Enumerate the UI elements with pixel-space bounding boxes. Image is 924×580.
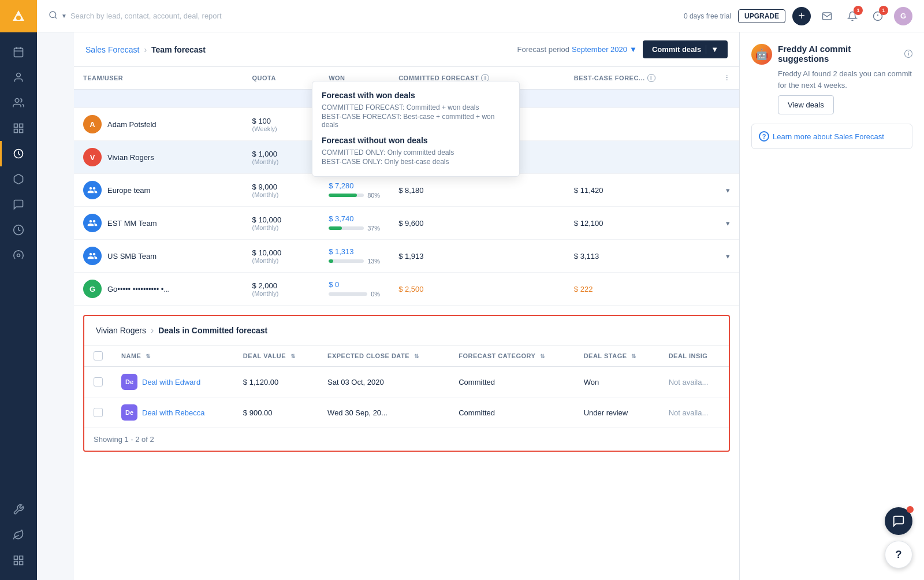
team-cell-europe: Europe team bbox=[74, 174, 243, 207]
sidebar-item-analytics[interactable] bbox=[0, 217, 37, 243]
deal-close-edward: Sat 03 Oct, 2020 bbox=[318, 367, 449, 397]
forecast-tooltip: Forecast with won deals COMMITTED FORECA… bbox=[312, 81, 520, 177]
tooltip-line-2a: COMMITTED ONLY: Only committed deals bbox=[322, 148, 510, 157]
topbar: ▼ Search by lead, contact, account, deal… bbox=[37, 0, 924, 32]
tooltip-line-2b: BEST-CASE ONLY: Only best-case deals bbox=[322, 158, 510, 166]
deal-stage-rebecca: Under review bbox=[575, 397, 660, 428]
deal-category-rebecca: Committed bbox=[449, 397, 574, 428]
deal-value-edward: $ 1,120.00 bbox=[234, 367, 318, 397]
tooltip-section-1: Forecast with won deals COMMITTED FORECA… bbox=[322, 91, 510, 129]
breadcrumb-sales-forecast[interactable]: Sales Forecast bbox=[85, 45, 139, 54]
learn-more-link[interactable]: ? Learn more about Sales Forecast bbox=[751, 124, 912, 149]
column-menu-icon[interactable]: ⋮ bbox=[724, 75, 731, 82]
topbar-right: 0 days free trial UPGRADE + 1 1 G bbox=[684, 7, 912, 25]
deals-header: Vivian Rogers › Deals in Committed forec… bbox=[84, 316, 729, 345]
category-sort-icon[interactable]: ⇅ bbox=[540, 353, 545, 359]
deals-breadcrumb-link[interactable]: Vivian Rogers bbox=[96, 326, 146, 335]
svg-point-13 bbox=[17, 254, 20, 257]
upgrade-button[interactable]: UPGRADE bbox=[738, 9, 785, 23]
user-cell-vivian: V Vivian Rogers bbox=[74, 141, 243, 174]
sidebar-item-reports[interactable] bbox=[0, 116, 37, 141]
search-input[interactable]: Search by lead, contact, account, deal, … bbox=[70, 12, 222, 20]
th-team-user: TEAM/USER bbox=[74, 67, 243, 90]
svg-point-0 bbox=[16, 16, 21, 20]
svg-point-18 bbox=[50, 12, 56, 18]
sidebar-item-leaf[interactable] bbox=[13, 522, 24, 548]
th-deal-name: NAME ⇅ bbox=[112, 345, 234, 367]
sidebar-item-deals[interactable] bbox=[0, 141, 37, 166]
svg-rect-10 bbox=[14, 129, 18, 133]
value-sort-icon[interactable]: ⇅ bbox=[290, 353, 296, 359]
name-sort-icon[interactable]: ⇅ bbox=[146, 353, 151, 359]
svg-rect-8 bbox=[20, 124, 23, 128]
best-case-cell-vivian bbox=[565, 141, 739, 174]
freddy-content: Freddy AI commit suggestions i Freddy AI… bbox=[778, 44, 912, 114]
add-button[interactable]: + bbox=[792, 7, 811, 25]
sidebar-item-accounts[interactable] bbox=[0, 90, 37, 116]
best-case-info-icon[interactable]: i bbox=[647, 74, 655, 82]
deal-name-edward[interactable]: Deal with Edward bbox=[142, 378, 200, 386]
deals-breadcrumb-sep: › bbox=[151, 325, 154, 336]
plus-icon: + bbox=[798, 9, 805, 23]
svg-rect-15 bbox=[20, 556, 23, 560]
fab-area: ? bbox=[885, 507, 912, 568]
help-fab-button[interactable]: ? bbox=[885, 541, 912, 568]
alerts-button[interactable]: 1 bbox=[869, 7, 887, 25]
trial-text: 0 days free trial bbox=[684, 12, 731, 20]
breadcrumb-current: Team forecast bbox=[151, 45, 206, 54]
team-avatar-europe bbox=[83, 181, 102, 199]
deal-name-rebecca[interactable]: Deal with Rebecca bbox=[142, 408, 204, 417]
sidebar-item-inbox[interactable] bbox=[0, 192, 37, 217]
commit-deals-label: Commit deals bbox=[652, 45, 701, 54]
forecast-period-value[interactable]: September 2020 bbox=[572, 45, 627, 54]
sidebar-item-calendar[interactable] bbox=[0, 39, 37, 65]
user-avatar[interactable]: G bbox=[894, 7, 912, 25]
stage-sort-icon[interactable]: ⇅ bbox=[631, 353, 636, 359]
forecast-chevron-icon[interactable]: ▼ bbox=[629, 45, 637, 54]
forecast-period: Forecast period September 2020 ▼ bbox=[517, 45, 637, 54]
expand-est-btn[interactable]: ▾ bbox=[726, 219, 730, 228]
deal-value-rebecca: $ 900.00 bbox=[234, 397, 318, 428]
deal-insight-rebecca: Not availa... bbox=[660, 397, 729, 428]
svg-point-6 bbox=[15, 99, 19, 103]
sidebar-item-contacts[interactable] bbox=[0, 65, 37, 90]
user-name-adam: Adam Potsfeld bbox=[107, 120, 157, 129]
svg-rect-16 bbox=[20, 562, 23, 565]
svg-rect-7 bbox=[14, 124, 18, 128]
table-row-est: EST MM Team $ 10,000 (Monthly) $ 3,740 bbox=[74, 207, 739, 240]
freddy-info-icon[interactable]: i bbox=[904, 50, 912, 58]
svg-rect-17 bbox=[14, 562, 18, 565]
search-chevron-icon[interactable]: ▼ bbox=[61, 13, 67, 19]
svg-rect-1 bbox=[14, 48, 23, 57]
mail-button[interactable] bbox=[818, 7, 836, 25]
deal-close-rebecca: Wed 30 Sep, 20... bbox=[318, 397, 449, 428]
th-forecast-category: FORECAST CATEGORY ⇅ bbox=[449, 345, 574, 367]
user-name-vivian: Vivian Rogers bbox=[107, 153, 154, 162]
table-row-go: G Go••••• •••••••••• •... $ 2,000 (Month… bbox=[74, 273, 739, 306]
tooltip-section-2: Forecast without won deals COMMITTED ONL… bbox=[322, 136, 510, 166]
deal-checkbox-edward[interactable] bbox=[94, 377, 103, 386]
deal-row-rebecca: De Deal with Rebecca $ 900.00 Wed 30 Sep… bbox=[84, 397, 729, 428]
learn-more-text: Learn more about Sales Forecast bbox=[773, 132, 884, 141]
view-deals-button[interactable]: View deals bbox=[778, 95, 834, 114]
close-sort-icon[interactable]: ⇅ bbox=[414, 353, 419, 359]
deals-showing-text: Showing 1 - 2 of 2 bbox=[94, 435, 154, 444]
notifications-badge: 1 bbox=[854, 6, 863, 15]
app-logo[interactable] bbox=[0, 0, 37, 32]
sidebar-item-settings[interactable] bbox=[0, 243, 37, 268]
expand-ussmb-btn[interactable]: ▾ bbox=[726, 252, 730, 261]
sidebar-item-products[interactable] bbox=[0, 166, 37, 192]
deal-checkbox-rebecca[interactable] bbox=[94, 408, 103, 417]
sidebar-item-tools[interactable] bbox=[13, 497, 24, 522]
select-all-checkbox[interactable] bbox=[94, 351, 103, 360]
sidebar-item-grid[interactable] bbox=[13, 548, 24, 573]
deals-section: Vivian Rogers › Deals in Committed forec… bbox=[83, 315, 730, 452]
chat-fab-button[interactable] bbox=[885, 507, 912, 535]
expand-europe-btn[interactable]: ▾ bbox=[726, 186, 730, 195]
sidebar-bottom bbox=[13, 497, 24, 580]
right-panel: 🤖 Freddy AI commit suggestions i Freddy … bbox=[739, 32, 924, 580]
search-icon bbox=[49, 10, 58, 22]
commit-deals-button[interactable]: Commit deals ▼ bbox=[643, 40, 728, 58]
th-deal-value: DEAL VALUE ⇅ bbox=[234, 345, 318, 367]
notifications-button[interactable]: 1 bbox=[843, 7, 862, 25]
